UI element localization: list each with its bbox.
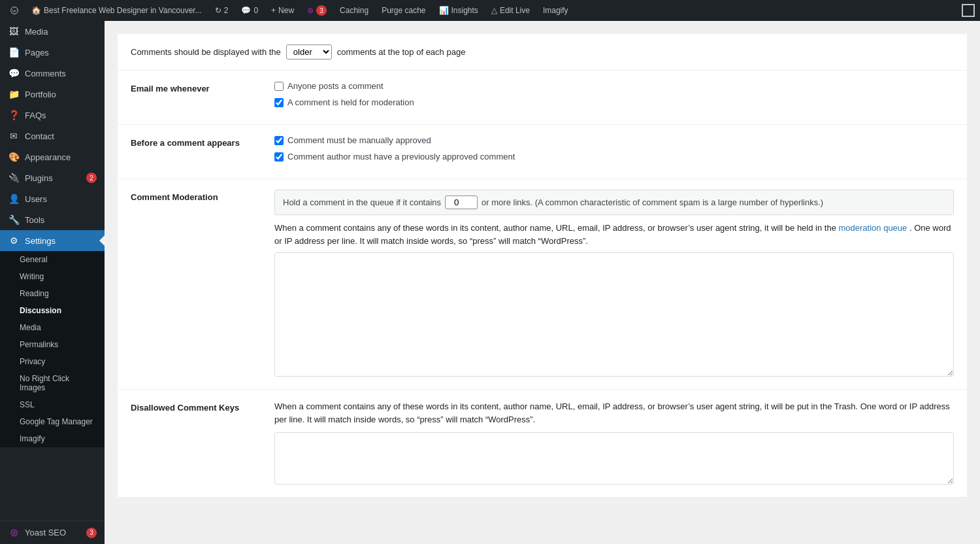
submenu-no-right-click[interactable]: No Right Click Images [0, 370, 105, 396]
email-anyone-checkbox[interactable] [274, 82, 284, 91]
svg-text:W: W [12, 8, 17, 13]
new-button[interactable]: + New [266, 0, 299, 21]
comment-sort-text2: comments at the top of each page [337, 47, 466, 57]
email-me-whenever-row: Email me whenever Anyone posts a comment… [118, 70, 967, 124]
moderation-description: When a comment contains any of these wor… [274, 222, 954, 247]
plugins-icon: 🔌 [8, 173, 20, 183]
submenu-general[interactable]: General [0, 251, 105, 268]
disallowed-keys-values: When a comment contains any of these wor… [261, 390, 967, 497]
faqs-icon: ❓ [8, 110, 20, 120]
screen-corner[interactable] [962, 4, 975, 17]
submenu-discussion[interactable]: Discussion [0, 302, 105, 319]
settings-icon: ⚙ [8, 235, 20, 246]
email-anyone-row: Anyone posts a comment [274, 81, 954, 91]
users-icon: 👤 [8, 194, 20, 204]
moderation-textarea[interactable] [274, 252, 954, 377]
yoast-nav-icon: ⊛ [8, 526, 20, 539]
moderation-links-input[interactable] [445, 196, 478, 209]
before-comment-label: Before a comment appears [118, 125, 261, 178]
purge-cache-item[interactable]: Purge cache [376, 0, 431, 21]
sidebar-item-plugins[interactable]: 🔌 Plugins 2 [0, 167, 105, 188]
admin-bar: W 🏠 Best Freelance Web Designer in Vanco… [0, 0, 980, 21]
settings-submenu: General Writing Reading Discussion Media… [0, 251, 105, 447]
sidebar-item-tools[interactable]: 🔧 Tools [0, 209, 105, 230]
submenu-imagify[interactable]: Imagify [0, 430, 105, 447]
sidebar-item-portfolio[interactable]: 📁 Portfolio [0, 84, 105, 105]
media-icon: 🖼 [8, 26, 20, 37]
before-comment-values: Comment must be manually approved Commen… [261, 125, 967, 178]
previously-approved-label[interactable]: Comment author must have a previously ap… [274, 152, 515, 162]
imagify-item[interactable]: Imagify [538, 0, 574, 21]
comment-moderation-values: Hold a comment in the queue if it contai… [261, 179, 967, 389]
submenu-privacy[interactable]: Privacy [0, 353, 105, 370]
yoast-item[interactable]: ⊛ 3 [302, 0, 332, 21]
comments-nav-icon: 💬 [8, 68, 20, 78]
edit-live-icon: △ [491, 6, 497, 15]
email-moderation-label[interactable]: A comment is held for moderation [274, 97, 414, 107]
submenu-ssl[interactable]: SSL [0, 396, 105, 413]
comment-moderation-label: Comment Moderation [118, 179, 261, 389]
manually-approved-checkbox[interactable] [274, 136, 284, 145]
content-area: Comments should be displayed with the ol… [105, 21, 980, 544]
comments-icon: 💬 [241, 6, 251, 15]
sidebar-item-faqs[interactable]: ❓ FAQs [0, 105, 105, 126]
sidebar-item-pages[interactable]: 📄 Pages [0, 42, 105, 63]
comments-item[interactable]: 💬 0 [236, 0, 263, 21]
sidebar-bottom: ⊛ Yoast SEO 3 [0, 520, 105, 544]
sidebar-item-contact[interactable]: ✉ Contact [0, 126, 105, 146]
sidebar-item-media[interactable]: 🖼 Media [0, 21, 105, 42]
sidebar-item-appearance[interactable]: 🎨 Appearance [0, 146, 105, 167]
sidebar-item-comments[interactable]: 💬 Comments [0, 63, 105, 84]
wp-logo[interactable]: W [5, 0, 24, 21]
comment-sort-row: Comments should be displayed with the ol… [118, 34, 967, 70]
submenu-permalinks[interactable]: Permalinks [0, 336, 105, 353]
manually-approved-row: Comment must be manually approved [274, 135, 954, 145]
updates-icon: ↻ [215, 6, 221, 15]
appearance-icon: 🎨 [8, 152, 20, 162]
disallowed-keys-row: Disallowed Comment Keys When a comment c… [118, 389, 967, 497]
previously-approved-row: Comment author must have a previously ap… [274, 152, 954, 162]
moderation-inline-row: Hold a comment in the queue if it contai… [274, 190, 954, 215]
submenu-reading[interactable]: Reading [0, 285, 105, 302]
sidebar-item-yoast[interactable]: ⊛ Yoast SEO 3 [0, 521, 105, 544]
disallowed-keys-label: Disallowed Comment Keys [118, 390, 261, 497]
pages-icon: 📄 [8, 47, 20, 58]
submenu-google-tag-manager[interactable]: Google Tag Manager [0, 413, 105, 430]
moderation-inline-text2: or more links. (A common characteristic … [482, 197, 823, 207]
updates-item[interactable]: ↻ 2 [210, 0, 234, 21]
site-name[interactable]: 🏠 Best Freelance Web Designer in Vancouv… [26, 0, 207, 21]
comment-sort-text1: Comments should be displayed with the [131, 47, 281, 57]
previously-approved-checkbox[interactable] [274, 152, 284, 162]
moderation-queue-link[interactable]: moderation queue [839, 223, 907, 233]
contact-icon: ✉ [8, 131, 20, 141]
sidebar-item-settings[interactable]: ⚙ Settings [0, 230, 105, 251]
email-moderation-row: A comment is held for moderation [274, 97, 954, 107]
email-moderation-checkbox[interactable] [274, 98, 284, 107]
yoast-icon: ⊛ [307, 6, 314, 15]
tools-icon: 🔧 [8, 214, 20, 225]
settings-wrap: Comments should be displayed with the ol… [118, 34, 967, 497]
comment-moderation-row: Comment Moderation Hold a comment in the… [118, 178, 967, 389]
main-layout: 🖼 Media 📄 Pages 💬 Comments 📁 Portfolio ❓… [0, 21, 980, 544]
caching-item[interactable]: Caching [335, 0, 374, 21]
home-icon: 🏠 [31, 6, 41, 15]
before-comment-row: Before a comment appears Comment must be… [118, 124, 967, 178]
email-anyone-label[interactable]: Anyone posts a comment [274, 81, 384, 91]
sidebar-item-users[interactable]: 👤 Users [0, 188, 105, 209]
manually-approved-label[interactable]: Comment must be manually approved [274, 135, 431, 145]
email-me-whenever-values: Anyone posts a comment A comment is held… [261, 71, 967, 124]
moderation-inline-text1: Hold a comment in the queue if it contai… [283, 197, 441, 207]
portfolio-icon: 📁 [8, 89, 20, 99]
edit-live-item[interactable]: △ Edit Live [486, 0, 535, 21]
bar-chart-icon: 📊 [439, 6, 449, 15]
comment-sort-select[interactable]: older newer [286, 44, 332, 60]
disallowed-keys-textarea[interactable] [274, 432, 954, 484]
sidebar: 🖼 Media 📄 Pages 💬 Comments 📁 Portfolio ❓… [0, 21, 105, 544]
insights-item[interactable]: 📊 Insights [434, 0, 483, 21]
disallowed-description: When a comment contains any of these wor… [274, 400, 954, 426]
submenu-media[interactable]: Media [0, 319, 105, 336]
submenu-writing[interactable]: Writing [0, 268, 105, 285]
email-me-whenever-label: Email me whenever [118, 71, 261, 124]
